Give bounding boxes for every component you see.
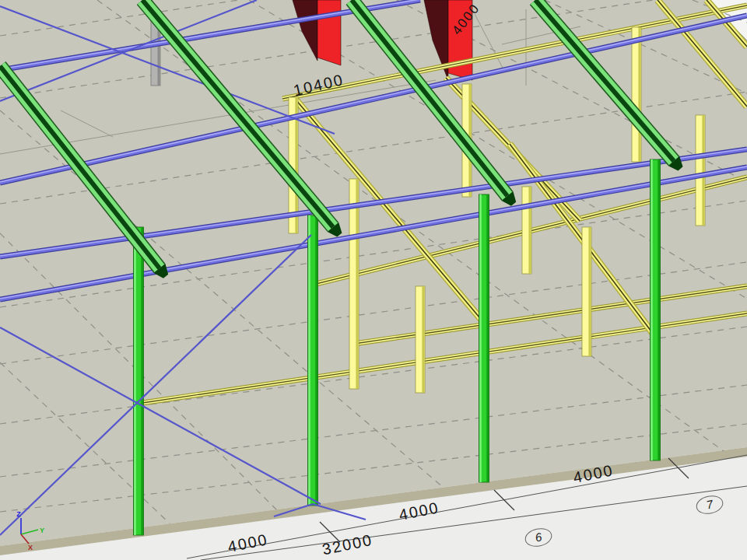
- axis-label-x: X: [28, 544, 33, 551]
- grid-bubble-7: 7: [695, 494, 724, 516]
- grid-bubble-6: 6: [524, 527, 553, 549]
- dim-text-bay-4000-2: 4000: [398, 499, 441, 523]
- grid-bubble-label: 6: [534, 530, 543, 544]
- axis-label-y: Y: [40, 527, 44, 534]
- grid-bubble-label: 7: [705, 497, 714, 511]
- dimension-tick: [494, 490, 514, 510]
- dim-text-32000: 32000: [321, 531, 374, 558]
- axis-label-z: Z: [16, 510, 21, 518]
- red-panel-face: [317, 0, 341, 65]
- cad-viewport[interactable]: 1040040004000400040003200067ZYX: [0, 0, 747, 560]
- structural-model-canvas[interactable]: 1040040004000400040003200067ZYX: [0, 0, 747, 560]
